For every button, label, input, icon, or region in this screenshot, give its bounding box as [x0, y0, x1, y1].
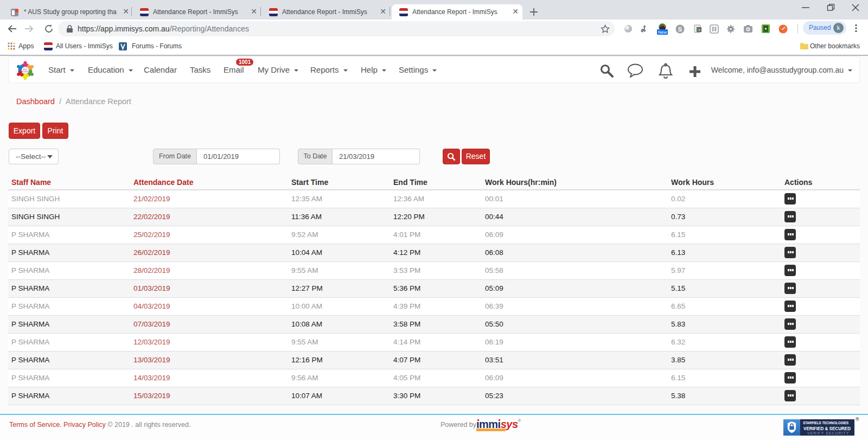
- svg-text:S: S: [678, 26, 682, 33]
- svg-text:New: New: [658, 30, 667, 35]
- svg-text:GROUP: GROUP: [21, 72, 29, 75]
